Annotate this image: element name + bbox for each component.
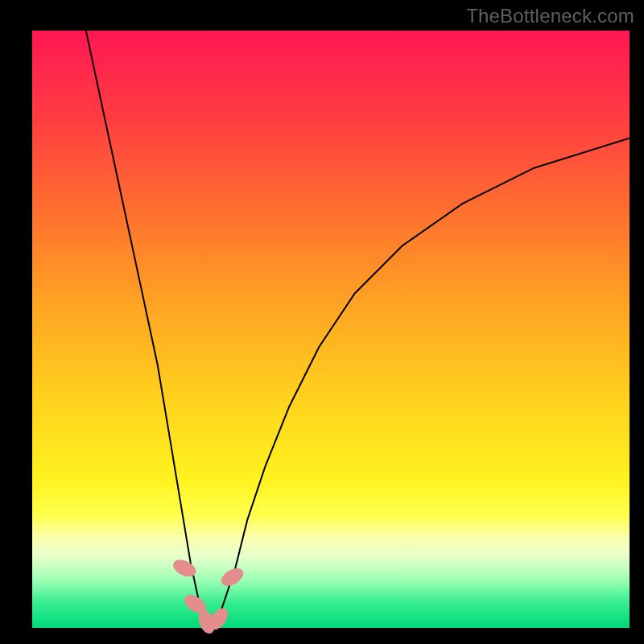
plot-area [32,31,630,628]
curve-marker [218,565,246,590]
chart-frame: TheBottleneck.com [0,0,644,644]
bottleneck-curve [86,31,630,628]
chart-svg [32,31,630,628]
watermark-text: TheBottleneck.com [466,5,634,27]
